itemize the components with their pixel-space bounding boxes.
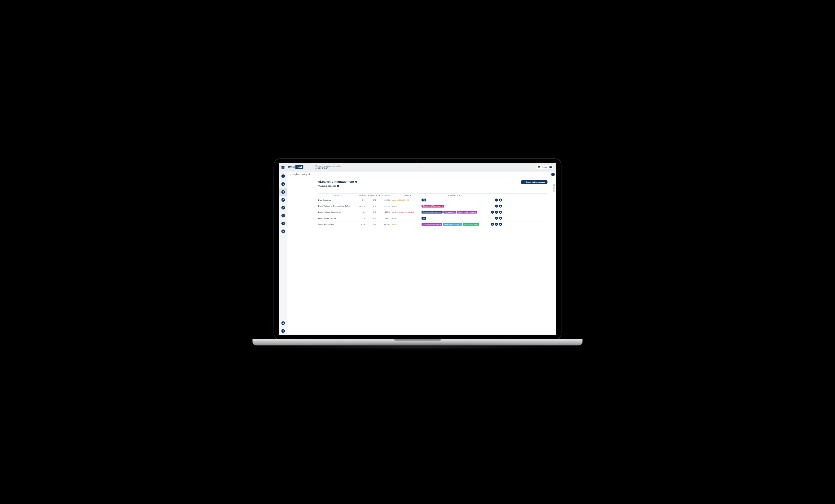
chevron-left-icon	[552, 174, 554, 175]
info-icon[interactable]: i	[337, 185, 339, 187]
info-center-label: Info center	[553, 184, 555, 192]
cell-passed: 20,8 %	[357, 205, 367, 207]
users-icon	[281, 198, 285, 202]
search-icon[interactable]	[389, 195, 391, 196]
cell-status: active	[392, 205, 422, 207]
delete-button[interactable]	[499, 217, 502, 220]
sidebar-item-reports[interactable]	[279, 211, 287, 219]
sidebar-item-users[interactable]	[279, 196, 287, 204]
layers-icon	[281, 229, 285, 233]
info-icon[interactable]: i	[355, 181, 357, 183]
laptop-screen: DSN port The learning management system …	[274, 159, 561, 340]
edit-button[interactable]	[495, 210, 498, 214]
brand-text-left: DSN	[288, 165, 295, 169]
cell-not-started: 100 %	[378, 199, 392, 201]
cell-not-started: 79,2 %	[378, 205, 392, 207]
collapse-panel-button[interactable]	[551, 173, 555, 176]
assigned-tag: Department Marketing	[443, 223, 462, 226]
cell-name: Data Privacy Training	[319, 217, 357, 220]
cell-actions	[487, 223, 503, 226]
app-viewport: DSN port The learning management system …	[279, 163, 556, 335]
apps-grid-icon[interactable]	[282, 166, 285, 169]
tagline-line2: by DSN GROUP	[315, 167, 341, 169]
delete-button[interactable]	[499, 210, 502, 214]
cell-name: Basic Training Compliance	[319, 211, 357, 214]
cell-started: 0 %	[367, 205, 378, 207]
cell-assigned: Department ComplianceManagementDepartmen…	[422, 211, 487, 214]
sort-icon[interactable]	[368, 195, 369, 196]
cell-started: 0%	[367, 211, 378, 213]
sidebar-item-edit[interactable]	[279, 204, 287, 211]
cell-status: training course not started	[392, 211, 422, 213]
edit-button[interactable]	[495, 223, 498, 226]
edit-button[interactable]	[495, 205, 498, 208]
tagline-line1: The learning management system	[315, 165, 341, 167]
col-status: Status	[392, 195, 422, 196]
cell-assigned: Department Manufactoring	[422, 205, 487, 207]
search-icon[interactable]	[409, 195, 411, 196]
sidebar-item-globe[interactable]	[279, 227, 287, 235]
search-icon[interactable]	[365, 195, 367, 196]
sidebar-item-account[interactable]	[279, 319, 287, 327]
create-training-button[interactable]: Create training course	[521, 180, 548, 184]
assigned-tag: All	[422, 199, 426, 202]
top-bar: DSN port The learning management system …	[279, 163, 556, 171]
cell-started: 6,7 %	[367, 223, 378, 225]
sort-icon[interactable]	[379, 195, 380, 196]
language-selector[interactable]: English	[536, 165, 553, 169]
delete-button[interactable]	[499, 205, 502, 208]
assigned-tag: Management	[443, 211, 456, 214]
cell-passed: 0 %	[357, 199, 367, 201]
cell-not-started: 100%	[378, 211, 392, 213]
sort-icon[interactable]	[333, 195, 335, 196]
sidebar-item-elearning[interactable]	[279, 188, 287, 196]
language-label: English	[542, 166, 548, 168]
info-center-panel[interactable]: Info center	[552, 178, 556, 335]
page-header: eLearning management i Training courses …	[319, 180, 548, 187]
logout-icon	[281, 329, 285, 333]
pencil-icon	[281, 206, 285, 209]
cell-actions	[487, 210, 503, 214]
sidebar-item-home[interactable]	[279, 180, 287, 188]
cell-not-started: 73,3 %	[378, 223, 392, 225]
play-button[interactable]	[491, 223, 494, 226]
sidebar-item-stats[interactable]	[279, 220, 287, 227]
main-content: eLearning management i Training courses …	[287, 178, 552, 335]
tagline: The learning management system by DSN GR…	[315, 165, 341, 169]
sort-icon[interactable]	[402, 195, 404, 196]
cell-passed: 0%	[357, 211, 367, 213]
cell-assigned: All	[422, 217, 487, 220]
delete-button[interactable]	[499, 199, 502, 202]
cell-started: 0 %	[367, 217, 378, 219]
sidebar	[279, 171, 287, 335]
search-icon[interactable]	[340, 195, 342, 196]
cell-actions	[487, 205, 503, 208]
assigned-tag: Department Purchasing	[457, 211, 477, 214]
breadcrumb-bar: Example Company ltd.	[279, 171, 556, 177]
cell-passed: 36 %	[357, 217, 367, 219]
table-body: Data Breaches0 %0 %100 %starts at 28.12.…	[319, 197, 548, 227]
edit-button[interactable]	[495, 217, 498, 220]
page-title: eLearning management i	[319, 180, 357, 183]
assigned-tag: Department Manufactoring	[422, 205, 444, 207]
cell-passed: 20 %	[357, 223, 367, 225]
sidebar-item-logout[interactable]	[279, 327, 287, 335]
search-icon[interactable]	[459, 195, 461, 196]
search-icon[interactable]	[375, 195, 377, 196]
sort-icon[interactable]	[448, 195, 449, 196]
cell-status: paused	[392, 223, 422, 225]
chart-icon	[281, 214, 285, 217]
cell-assigned: Department PurchasingDepartment Marketin…	[422, 223, 487, 226]
play-button[interactable]	[491, 210, 494, 214]
graduation-cap-icon	[281, 190, 285, 194]
chevron-down-icon	[549, 166, 552, 168]
assigned-tag: Department Compliance	[422, 211, 442, 214]
cell-assigned: All	[422, 199, 487, 202]
sort-icon[interactable]	[357, 195, 359, 196]
cell-actions	[487, 199, 503, 202]
edit-button[interactable]	[495, 199, 498, 202]
table-row: Basic Training Compliance0%0%100%trainin…	[319, 209, 548, 215]
table-row: Basic Training In Occupational Safety20,…	[319, 203, 548, 209]
assigned-tag: Department Sales	[463, 223, 479, 226]
delete-button[interactable]	[499, 223, 502, 226]
